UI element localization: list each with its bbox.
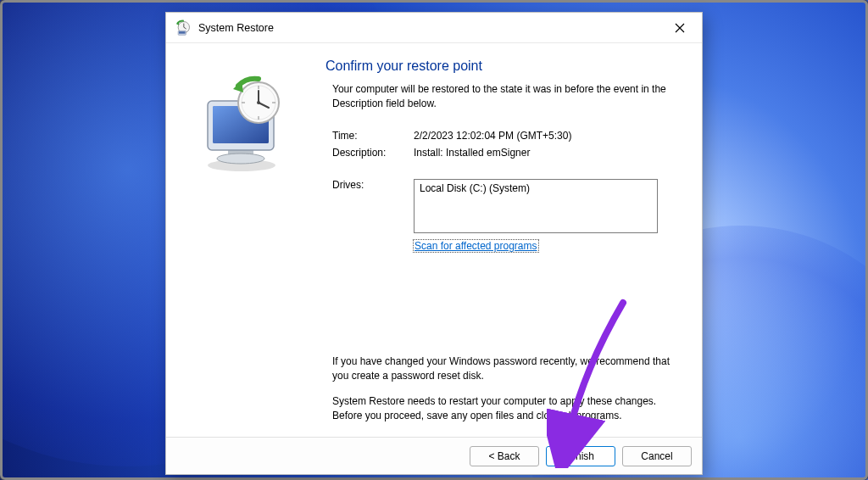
system-restore-window: System Restore — [165, 12, 703, 475]
drives-label: Drives: — [332, 179, 414, 191]
time-value: 2/2/2023 12:02:04 PM (GMT+5:30) — [414, 130, 676, 142]
description-label: Description: — [332, 147, 414, 159]
page-heading: Confirm your restore point — [326, 59, 676, 74]
close-button[interactable] — [661, 15, 698, 41]
time-row: Time: 2/2/2023 12:02:04 PM (GMT+5:30) — [332, 130, 676, 142]
titlebar: System Restore — [166, 13, 702, 43]
system-restore-illustration-icon — [192, 74, 286, 176]
window-title: System Restore — [198, 22, 661, 34]
svg-point-18 — [257, 101, 260, 104]
intro-text: Your computer will be restored to the st… — [332, 82, 676, 111]
password-note: If you have changed your Windows passwor… — [332, 354, 676, 383]
description-value: Install: Installed emSigner — [414, 147, 676, 159]
drive-item[interactable]: Local Disk (C:) (System) — [420, 182, 652, 194]
drives-listbox[interactable]: Local Disk (C:) (System) — [414, 179, 658, 233]
system-restore-icon — [175, 20, 192, 36]
back-button[interactable]: < Back — [470, 446, 539, 466]
finish-button[interactable]: Finish — [546, 446, 615, 466]
illustration-pane — [166, 43, 312, 437]
svg-point-6 — [217, 153, 264, 164]
button-bar: < Back Finish Cancel — [166, 437, 702, 474]
restart-note: System Restore needs to restart your com… — [332, 394, 676, 423]
svg-rect-3 — [179, 31, 186, 33]
dialog-body: Confirm your restore point Your computer… — [166, 43, 702, 437]
description-row: Description: Install: Installed emSigner — [332, 147, 676, 159]
scan-affected-programs-link[interactable]: Scan for affected programs — [414, 240, 538, 252]
main-content: Confirm your restore point Your computer… — [312, 43, 702, 437]
cancel-button[interactable]: Cancel — [622, 446, 692, 466]
time-label: Time: — [332, 130, 414, 142]
drives-row: Drives: Local Disk (C:) (System) Scan fo… — [332, 179, 676, 252]
close-icon — [675, 23, 685, 33]
